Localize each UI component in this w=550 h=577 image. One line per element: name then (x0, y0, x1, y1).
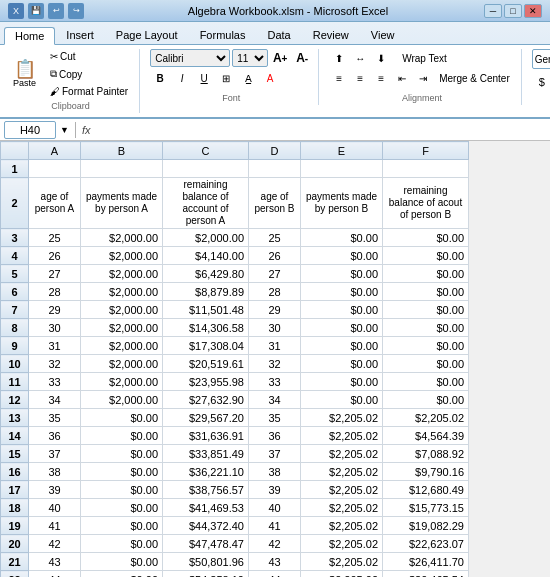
cell-4-a[interactable]: 26 (29, 247, 81, 265)
cell-8-c[interactable]: $14,306.58 (163, 319, 249, 337)
number-format-select[interactable]: General ▼ (532, 49, 550, 69)
align-right-button[interactable]: ≡ (371, 69, 391, 87)
cell-20-a[interactable]: 42 (29, 535, 81, 553)
cell-1-b[interactable] (81, 160, 163, 178)
cell-17-d[interactable]: 39 (249, 481, 301, 499)
cell-10-a[interactable]: 32 (29, 355, 81, 373)
cell-17-b[interactable]: $0.00 (81, 481, 163, 499)
row-header-4[interactable]: 4 (1, 247, 29, 265)
cell-5-b[interactable]: $2,000.00 (81, 265, 163, 283)
cell-11-b[interactable]: $2,000.00 (81, 373, 163, 391)
cell-21-c[interactable]: $50,801.96 (163, 553, 249, 571)
cell-21-b[interactable]: $0.00 (81, 553, 163, 571)
cell-13-f[interactable]: $2,205.02 (383, 409, 469, 427)
row-header-1[interactable]: 1 (1, 160, 29, 178)
cell-8-e[interactable]: $0.00 (301, 319, 383, 337)
cell-16-f[interactable]: $9,790.16 (383, 463, 469, 481)
paste-button[interactable]: 📋 Paste (8, 57, 41, 91)
cell-2-a[interactable]: age of person A (29, 178, 81, 229)
quick-save-icon[interactable]: 💾 (28, 3, 44, 19)
accounting-button[interactable]: $ (532, 73, 550, 91)
cell-14-a[interactable]: 36 (29, 427, 81, 445)
cell-14-e[interactable]: $2,205.02 (301, 427, 383, 445)
cell-11-d[interactable]: 33 (249, 373, 301, 391)
cell-9-f[interactable]: $0.00 (383, 337, 469, 355)
cell-14-c[interactable]: $31,636.91 (163, 427, 249, 445)
cell-12-c[interactable]: $27,632.90 (163, 391, 249, 409)
row-header-12[interactable]: 12 (1, 391, 29, 409)
tab-formulas[interactable]: Formulas (189, 26, 257, 44)
cell-9-e[interactable]: $0.00 (301, 337, 383, 355)
cell-12-e[interactable]: $0.00 (301, 391, 383, 409)
fill-color-button[interactable]: A̲ (238, 69, 258, 87)
cell-15-a[interactable]: 37 (29, 445, 81, 463)
cell-13-a[interactable]: 35 (29, 409, 81, 427)
row-header-11[interactable]: 11 (1, 373, 29, 391)
tab-view[interactable]: View (360, 26, 406, 44)
cell-15-d[interactable]: 37 (249, 445, 301, 463)
cell-7-b[interactable]: $2,000.00 (81, 301, 163, 319)
cell-8-b[interactable]: $2,000.00 (81, 319, 163, 337)
row-header-5[interactable]: 5 (1, 265, 29, 283)
indent-decrease-button[interactable]: ⇤ (392, 69, 412, 87)
col-header-c[interactable]: C (163, 142, 249, 160)
cell-12-a[interactable]: 34 (29, 391, 81, 409)
decrease-font-button[interactable]: A- (292, 49, 312, 67)
cell-19-a[interactable]: 41 (29, 517, 81, 535)
cell-15-e[interactable]: $2,205.02 (301, 445, 383, 463)
row-header-10[interactable]: 10 (1, 355, 29, 373)
cell-16-d[interactable]: 38 (249, 463, 301, 481)
minimize-button[interactable]: ─ (484, 4, 502, 18)
cell-3-a[interactable]: 25 (29, 229, 81, 247)
cell-9-c[interactable]: $17,308.04 (163, 337, 249, 355)
row-header-21[interactable]: 21 (1, 553, 29, 571)
row-header-20[interactable]: 20 (1, 535, 29, 553)
cell-18-e[interactable]: $2,205.02 (301, 499, 383, 517)
cell-18-b[interactable]: $0.00 (81, 499, 163, 517)
cell-22-b[interactable]: $0.00 (81, 571, 163, 578)
italic-button[interactable]: I (172, 69, 192, 87)
row-header-3[interactable]: 3 (1, 229, 29, 247)
cell-19-c[interactable]: $44,372.40 (163, 517, 249, 535)
cell-10-b[interactable]: $2,000.00 (81, 355, 163, 373)
cell-5-e[interactable]: $0.00 (301, 265, 383, 283)
middle-align-button[interactable]: ↔ (350, 49, 370, 67)
cell-11-e[interactable]: $0.00 (301, 373, 383, 391)
row-header-9[interactable]: 9 (1, 337, 29, 355)
quick-undo-icon[interactable]: ↩ (48, 3, 64, 19)
tab-page-layout[interactable]: Page Layout (105, 26, 189, 44)
cell-4-f[interactable]: $0.00 (383, 247, 469, 265)
cell-9-a[interactable]: 31 (29, 337, 81, 355)
cell-22-f[interactable]: $30,465.54 (383, 571, 469, 578)
col-header-d[interactable]: D (249, 142, 301, 160)
cell-3-b[interactable]: $2,000.00 (81, 229, 163, 247)
cell-19-b[interactable]: $0.00 (81, 517, 163, 535)
cut-button[interactable]: ✂ Cut (45, 49, 133, 64)
cell-4-b[interactable]: $2,000.00 (81, 247, 163, 265)
row-header-19[interactable]: 19 (1, 517, 29, 535)
row-header-22[interactable]: 22 (1, 571, 29, 578)
cell-17-c[interactable]: $38,756.57 (163, 481, 249, 499)
tab-insert[interactable]: Insert (55, 26, 105, 44)
tab-review[interactable]: Review (302, 26, 360, 44)
cell-6-f[interactable]: $0.00 (383, 283, 469, 301)
cell-18-f[interactable]: $15,773.15 (383, 499, 469, 517)
cell-17-e[interactable]: $2,205.02 (301, 481, 383, 499)
tab-home[interactable]: Home (4, 27, 55, 45)
cell-22-a[interactable]: 44 (29, 571, 81, 578)
cell-2-b[interactable]: payments made by person A (81, 178, 163, 229)
increase-font-button[interactable]: A+ (270, 49, 290, 67)
formula-input[interactable] (94, 121, 546, 139)
col-header-f[interactable]: F (383, 142, 469, 160)
format-painter-button[interactable]: 🖌 Format Painter (45, 84, 133, 99)
tab-data[interactable]: Data (256, 26, 301, 44)
row-header-16[interactable]: 16 (1, 463, 29, 481)
cell-6-e[interactable]: $0.00 (301, 283, 383, 301)
cell-22-e[interactable]: $2,205.02 (301, 571, 383, 578)
cell-12-d[interactable]: 34 (249, 391, 301, 409)
cell-12-b[interactable]: $2,000.00 (81, 391, 163, 409)
cell-14-b[interactable]: $0.00 (81, 427, 163, 445)
font-color-button[interactable]: A (260, 69, 280, 87)
cell-20-b[interactable]: $0.00 (81, 535, 163, 553)
cell-13-c[interactable]: $29,567.20 (163, 409, 249, 427)
